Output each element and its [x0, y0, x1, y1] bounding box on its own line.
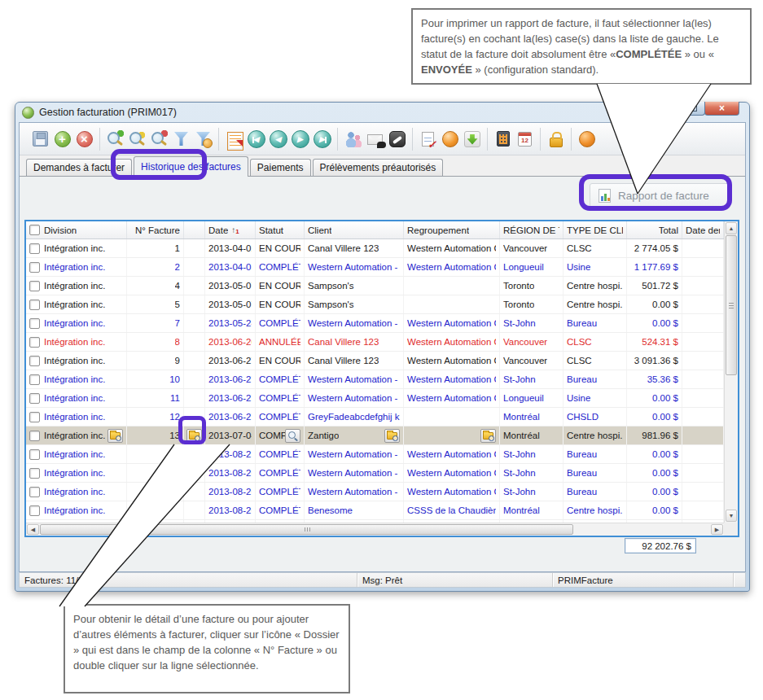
table-row[interactable]: Intégration inc.132013-07-04COMPLÉTZanti… [26, 427, 724, 445]
maximize-button[interactable] [682, 102, 705, 116]
search-clear-button[interactable] [148, 126, 170, 152]
statut-lookup-button[interactable] [285, 429, 300, 443]
add-button[interactable] [51, 126, 73, 152]
value-type: Bureau [567, 449, 597, 459]
security-button[interactable] [576, 126, 598, 152]
table-row[interactable]: Intégration inc.72013-05-24COMPLÉTÉEWest… [26, 314, 724, 333]
filter-button[interactable] [170, 126, 192, 152]
column-header-date[interactable]: Date↑1 [205, 221, 256, 238]
cell-statut: ANNULÉE [256, 333, 305, 351]
folder-icon [387, 432, 397, 440]
column-header-regroupement[interactable]: Regroupement [404, 221, 500, 238]
row-checkbox[interactable] [29, 262, 40, 273]
resize-grip[interactable] [734, 573, 745, 587]
reminder-button[interactable] [439, 126, 461, 152]
row-checkbox[interactable] [29, 431, 40, 441]
row-checkbox[interactable] [29, 374, 40, 385]
row-checkbox[interactable] [29, 487, 40, 497]
horizontal-scrollbar-thumb[interactable] [40, 524, 573, 535]
vertical-scrollbar-thumb[interactable] [726, 235, 737, 375]
nav-next-button[interactable] [289, 126, 311, 152]
scroll-right-arrow-icon[interactable]: ▶ [711, 524, 723, 535]
table-row[interactable]: Intégration inc.102013-06-27COMPLÉTÉEWes… [26, 370, 724, 389]
column-header-datedern[interactable]: Date dern [682, 221, 724, 238]
maximize-icon [691, 106, 697, 112]
form-select-button[interactable] [223, 126, 245, 152]
column-header-client[interactable]: Client [305, 221, 404, 238]
table-row[interactable]: Intégration inc.12013-04-02EN COURSCanal… [26, 239, 724, 258]
horizontal-scrollbar[interactable]: ◀ ▶ [26, 523, 724, 536]
nav-first-button[interactable] [245, 126, 267, 152]
minimize-button[interactable]: – [659, 102, 682, 116]
cell-client: GreyFadeabcdefghij kl... [305, 408, 404, 426]
contacts-button[interactable] [342, 126, 364, 152]
download-button[interactable] [461, 126, 483, 152]
table-row[interactable]: Intégration inc.92013-06-27EN COURSCanal… [26, 352, 724, 370]
folder-open-button[interactable] [384, 429, 400, 443]
folder-open-button[interactable] [107, 429, 123, 443]
phone-button[interactable] [386, 126, 408, 152]
tab-prelevements-preautorises[interactable]: Prélèvements préautorisés [313, 159, 444, 176]
scroll-down-arrow-icon[interactable]: ▼ [726, 510, 737, 522]
column-header-ico[interactable] [184, 221, 205, 238]
cell-regroupement: CSSS de la Chaudière [404, 501, 500, 519]
value-num: 9 [175, 356, 180, 365]
table-row[interactable]: Intégration inc.82013-06-20ANNULÉECanal … [26, 333, 724, 352]
calendar-button[interactable]: 12 [514, 126, 536, 152]
value-regroupement: Western Automation Gr... [407, 487, 496, 497]
save-button[interactable] [29, 126, 51, 152]
annotation-box-active-tab [111, 149, 207, 180]
value-region: St-John [503, 468, 536, 478]
message-button[interactable] [364, 126, 386, 152]
column-header-statut[interactable]: Statut [256, 221, 305, 238]
value-date: 2013-06-27 [208, 393, 252, 403]
row-checkbox[interactable] [29, 300, 40, 310]
table-row[interactable]: Intégration inc.172013-08-26COMPLÉTÉEWes… [26, 464, 724, 483]
row-checkbox[interactable] [29, 393, 40, 404]
column-header-total[interactable]: Total [627, 221, 682, 238]
row-checkbox[interactable] [29, 318, 40, 329]
checklist-button[interactable] [417, 126, 439, 152]
column-header-region[interactable]: RÉGION DE T... [500, 221, 563, 238]
nav-prev-button[interactable] [267, 126, 289, 152]
column-header-num[interactable]: N° Facture [127, 221, 184, 238]
table-row[interactable]: Intégration inc.22013-04-03COMPLÉTÉEWest… [26, 258, 724, 277]
row-checkbox[interactable] [29, 412, 40, 422]
cell-division: Intégration inc. [26, 333, 127, 351]
row-checkbox[interactable] [29, 243, 40, 254]
filter-config-button[interactable] [192, 126, 214, 152]
content-panel: Rapport de facture DivisionN° FactureDat… [20, 177, 745, 571]
titlebar[interactable]: Gestion facturation (PRIM017) [15, 103, 749, 122]
row-checkbox[interactable] [29, 356, 40, 366]
column-header-division[interactable]: Division [26, 221, 127, 238]
scroll-up-arrow-icon[interactable]: ▲ [726, 222, 737, 234]
row-checkbox[interactable] [29, 468, 40, 479]
select-all-checkbox[interactable] [29, 225, 40, 235]
search-edit-button[interactable] [126, 126, 148, 152]
scroll-left-arrow-icon[interactable]: ◀ [27, 524, 39, 535]
folder-open-button[interactable] [480, 429, 496, 443]
table-row[interactable]: Intégration inc.122013-06-27COMPLÉTÉEGre… [26, 408, 724, 427]
value-date: 2013-06-27 [208, 356, 252, 365]
row-checkbox[interactable] [29, 505, 40, 516]
table-row[interactable]: Intégration inc.42013-05-07EN COURSSamps… [26, 277, 724, 295]
table-row[interactable]: Intégration inc.142013-08-21COMPLÉTÉEWes… [26, 445, 724, 464]
delete-button[interactable] [73, 126, 95, 152]
close-button[interactable]: × [704, 102, 739, 116]
value-num: 2 [175, 262, 180, 272]
table-row[interactable]: Intégration inc.2013-08-26COMPLÉTÉEBenes… [26, 501, 724, 520]
search-add-button[interactable] [104, 126, 126, 152]
lock-button[interactable] [545, 126, 567, 152]
row-checkbox[interactable] [29, 449, 40, 460]
cell-date: 2013-05-07 [205, 277, 256, 295]
table-row[interactable]: Intégration inc.52013-05-07EN COURSSamps… [26, 295, 724, 314]
row-checkbox[interactable] [29, 337, 40, 348]
table-row[interactable]: Intégration inc.112013-06-27COMPLÉTÉEWes… [26, 389, 724, 408]
vertical-scrollbar[interactable]: ▲ ▼ [724, 221, 738, 523]
calculator-button[interactable] [492, 126, 514, 152]
row-checkbox[interactable] [29, 281, 40, 291]
nav-last-button[interactable] [311, 126, 333, 152]
tab-paiements[interactable]: Paiements [250, 159, 311, 176]
table-row[interactable]: Intégration inc.2013-08-26COMPLÉTÉEWeste… [26, 483, 724, 501]
column-header-type[interactable]: TYPE DE CLI... [563, 221, 627, 238]
